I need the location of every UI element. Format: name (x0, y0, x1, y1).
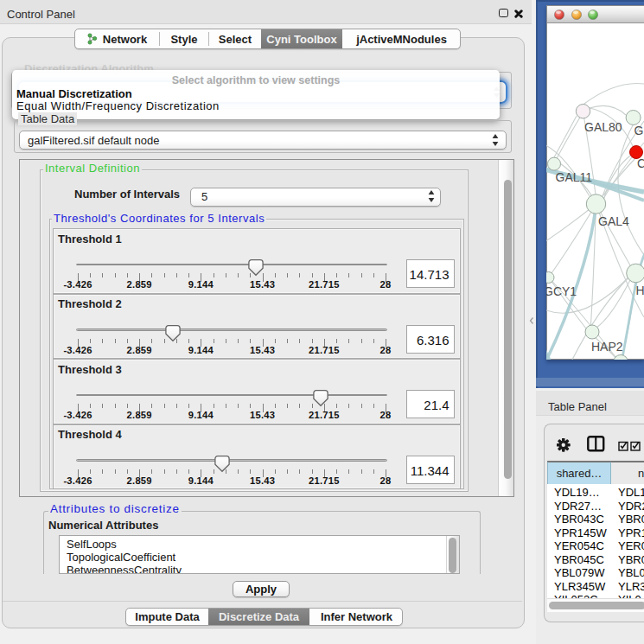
svg-text:GAL80: GAL80 (584, 120, 622, 134)
svg-text:HAP2: HAP2 (591, 340, 623, 354)
svg-text:GCY1: GCY1 (546, 284, 577, 298)
svg-text:GAL4: GAL4 (598, 214, 629, 228)
svg-text:GAL11: GAL11 (556, 170, 593, 184)
svg-text:H: H (636, 284, 644, 297)
svg-text:C: C (637, 156, 644, 170)
svg-text:G.: G. (634, 124, 644, 137)
